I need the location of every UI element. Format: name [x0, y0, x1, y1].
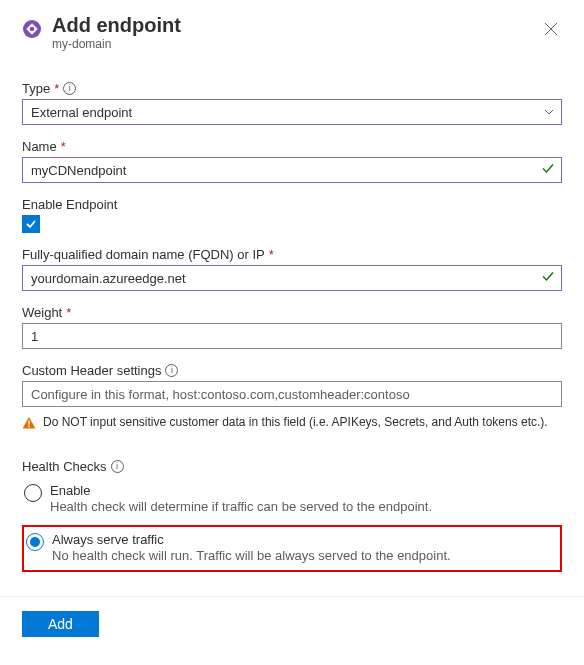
check-icon	[541, 162, 555, 179]
add-button[interactable]: Add	[22, 611, 99, 637]
fqdn-input-wrap	[22, 265, 562, 291]
footer-divider	[0, 596, 584, 597]
info-icon[interactable]: i	[165, 364, 178, 377]
endpoint-icon	[22, 19, 42, 39]
radio-unchecked	[24, 484, 42, 502]
info-icon[interactable]: i	[63, 82, 76, 95]
panel-subtitle: my-domain	[52, 37, 530, 51]
type-value: External endpoint	[31, 105, 132, 120]
warning-icon	[22, 416, 36, 433]
close-button[interactable]	[540, 18, 562, 43]
name-input-wrap	[22, 157, 562, 183]
health-always-title: Always serve traffic	[52, 532, 550, 547]
name-label: Name	[22, 139, 57, 154]
chevron-down-icon	[543, 106, 555, 118]
fqdn-field: Fully-qualified domain name (FQDN) or IP…	[22, 247, 562, 291]
weight-label: Weight	[22, 305, 62, 320]
type-field: Type * i External endpoint	[22, 81, 562, 125]
health-enable-title: Enable	[50, 483, 556, 498]
panel-title: Add endpoint	[52, 14, 530, 37]
custom-header-label: Custom Header settings	[22, 363, 161, 378]
panel-header: Add endpoint my-domain	[22, 14, 562, 51]
warning-text: Do NOT input sensitive customer data in …	[43, 415, 548, 429]
add-button-label: Add	[48, 616, 73, 632]
weight-input[interactable]	[31, 329, 535, 344]
fqdn-label: Fully-qualified domain name (FQDN) or IP	[22, 247, 265, 262]
fqdn-input[interactable]	[31, 271, 535, 286]
info-icon[interactable]: i	[111, 460, 124, 473]
name-input[interactable]	[31, 163, 535, 178]
svg-point-2	[30, 27, 35, 32]
enable-checkbox[interactable]	[22, 215, 40, 233]
enable-label: Enable Endpoint	[22, 197, 117, 212]
warning-row: Do NOT input sensitive customer data in …	[22, 415, 562, 433]
close-icon	[544, 22, 558, 39]
weight-input-wrap	[22, 323, 562, 349]
health-enable-desc: Health check will determine if traffic c…	[50, 499, 556, 514]
required-mark: *	[66, 305, 71, 320]
type-label: Type	[22, 81, 50, 96]
svg-rect-3	[28, 421, 29, 425]
svg-rect-4	[28, 426, 29, 427]
radio-checked	[26, 533, 44, 551]
required-mark: *	[61, 139, 66, 154]
health-always-desc: No health check will run. Traffic will b…	[52, 548, 550, 563]
health-always-option[interactable]: Always serve traffic No health check wil…	[26, 530, 554, 565]
health-checks-label: Health Checks	[22, 459, 107, 474]
type-dropdown[interactable]: External endpoint	[22, 99, 562, 125]
health-enable-option[interactable]: Enable Health check will determine if tr…	[22, 478, 562, 521]
highlighted-option: Always serve traffic No health check wil…	[22, 525, 562, 572]
name-field: Name *	[22, 139, 562, 183]
custom-header-input-wrap	[22, 381, 562, 407]
custom-header-input[interactable]	[31, 387, 535, 402]
enable-field: Enable Endpoint	[22, 197, 562, 233]
health-checks-field: Health Checks i Enable Health check will…	[22, 459, 562, 572]
required-mark: *	[54, 81, 59, 96]
weight-field: Weight *	[22, 305, 562, 349]
custom-header-field: Custom Header settings i	[22, 363, 562, 407]
required-mark: *	[269, 247, 274, 262]
check-icon	[541, 270, 555, 287]
